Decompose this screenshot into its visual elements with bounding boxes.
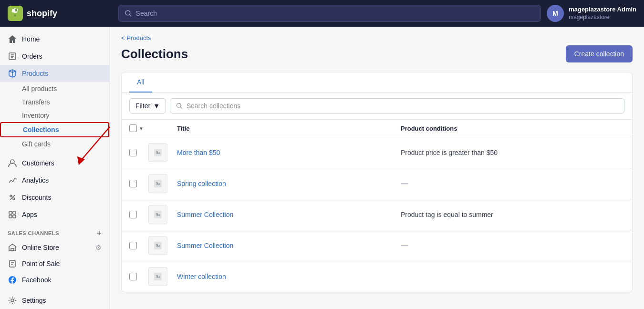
global-search-bar[interactable] [118,5,541,22]
row3-checkbox[interactable] [129,211,137,218]
online-store-settings-icon[interactable]: ⚙ [95,244,102,251]
svg-point-21 [156,213,158,215]
row2-checkbox[interactable] [129,180,137,187]
sidebar-item-products-label: Products [22,70,48,77]
row4-checkbox[interactable] [129,242,137,249]
sidebar: Home Orders Products All products [0,27,110,309]
main-layout: Home Orders Products All products [0,27,644,309]
table-row: Summer Collection — [122,230,632,261]
row1-thumbnail [148,143,167,162]
svg-point-5 [13,198,15,200]
tab-all[interactable]: All [129,72,152,93]
svg-point-19 [156,182,158,184]
products-icon [8,69,17,78]
filter-label: Filter [135,102,150,110]
sidebar-subitem-inventory[interactable]: Inventory [0,109,109,122]
header-conditions: Product conditions [401,125,624,132]
svg-point-23 [156,244,158,246]
filter-button[interactable]: Filter ▼ [129,98,166,113]
breadcrumb[interactable]: < Products [121,34,633,41]
select-all-checkbox[interactable] [129,124,137,132]
svg-point-17 [156,151,158,153]
checkbox-dropdown-arrow[interactable]: ▼ [139,126,144,131]
row1-checkbox[interactable] [129,149,137,156]
sidebar-item-apps[interactable]: Apps [0,206,109,223]
svg-point-25 [156,275,158,277]
user-store: mageplazastore [569,14,636,21]
page-header: Collections Create collection [121,45,633,62]
sidebar-item-analytics[interactable]: Analytics [0,172,109,189]
shopify-logo-icon [8,6,23,21]
store-icon [8,243,17,252]
row1-title[interactable]: More than $50 [177,149,401,156]
search-collections-input[interactable] [187,102,618,110]
row2-title[interactable]: Spring collection [177,180,401,187]
add-sales-channel-button[interactable]: + [97,229,102,237]
create-collection-button[interactable]: Create collection [566,45,633,62]
top-navigation: shopify M mageplazastore Admin mageplaza… [0,0,644,27]
sidebar-subitem-transfers[interactable]: Transfers [0,95,109,109]
search-collections-bar[interactable] [170,98,624,113]
svg-rect-0 [8,6,23,21]
page-title: Collections [121,47,188,62]
row4-conditions: — [401,241,624,250]
user-area[interactable]: M mageplazastore Admin mageplazastore [547,5,636,22]
sidebar-item-discounts[interactable]: Discounts [0,189,109,206]
tabs-bar: All [122,72,632,93]
avatar: M [547,5,564,22]
logo-area: shopify [8,6,113,21]
row4-title[interactable]: Summer Collection [177,242,401,249]
sidebar-item-orders-label: Orders [22,52,42,60]
svg-rect-8 [9,215,12,218]
content-area: < Products Collections Create collection… [110,27,644,309]
row3-conditions: Product tag is equal to summer [401,211,624,218]
row5-checkbox[interactable] [129,273,137,280]
svg-rect-6 [9,211,12,214]
sidebar-item-online-store[interactable]: Online Store ⚙ [0,239,109,256]
row3-thumbnail [148,205,167,224]
global-search-input[interactable] [136,10,535,17]
row2-thumbnail [148,174,167,193]
svg-point-12 [11,299,14,302]
sidebar-subitem-all-products[interactable]: All products [0,82,109,95]
sidebar-item-customers-label: Customers [22,159,54,167]
svg-point-4 [10,195,12,197]
table-row: More than $50 Product price is greater t… [122,137,632,168]
svg-rect-11 [10,260,15,267]
sidebar-subitem-gift-cards[interactable]: Gift cards [0,137,109,151]
pos-icon [8,259,17,268]
svg-rect-10 [11,248,14,251]
home-icon [8,34,17,44]
search-icon [125,10,132,17]
svg-rect-9 [13,215,16,218]
table-row: Winter collection [122,261,632,292]
collections-card: All Filter ▼ [121,72,633,292]
filter-dropdown-icon: ▼ [153,102,160,110]
sidebar-item-orders[interactable]: Orders [0,48,109,65]
sidebar-item-facebook[interactable]: Facebook [0,272,109,288]
sidebar-item-home[interactable]: Home [0,31,109,48]
customers-icon [8,158,17,168]
row5-title[interactable]: Winter collection [177,273,401,280]
apps-icon [8,210,17,219]
sidebar-item-home-label: Home [22,35,40,43]
sales-channels-label: SALES CHANNELS + [0,223,109,239]
row2-conditions: — [401,179,624,188]
discounts-icon [8,193,17,202]
table-header: ▼ Title Product conditions [122,120,632,137]
sidebar-item-apps-label: Apps [22,211,37,218]
sidebar-item-discounts-label: Discounts [22,194,51,201]
orders-icon [8,52,17,61]
sidebar-item-products[interactable]: Products [0,65,109,82]
sidebar-item-point-of-sale[interactable]: Point of Sale [0,256,109,272]
row1-conditions: Product price is greater than $50 [401,149,624,156]
table-row: Summer Collection Product tag is equal t… [122,199,632,230]
row3-title[interactable]: Summer Collection [177,211,401,218]
facebook-icon [8,275,17,285]
analytics-icon [8,175,17,185]
user-name: mageplazastore Admin [569,6,636,14]
sidebar-wrapper: Home Orders Products All products [0,27,110,309]
sidebar-item-settings[interactable]: Settings [0,292,109,309]
sidebar-item-customers[interactable]: Customers [0,154,109,172]
sidebar-subitem-collections[interactable]: Collections [0,122,109,137]
